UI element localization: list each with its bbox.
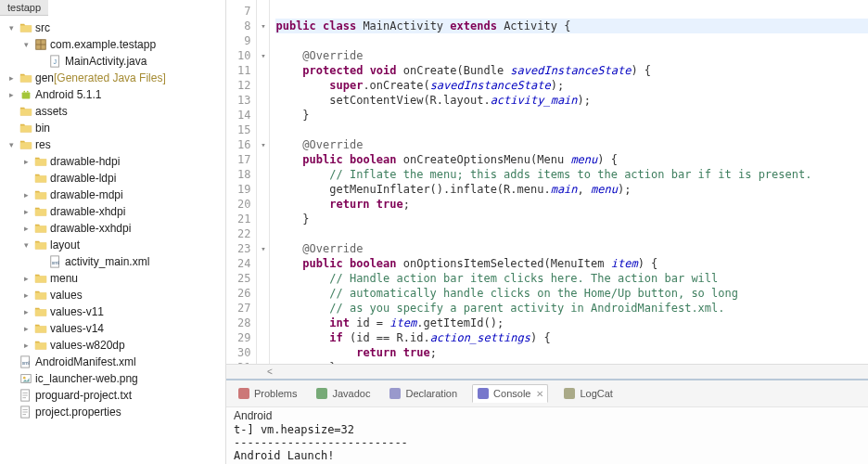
code-line[interactable]: @Override: [275, 137, 868, 152]
tree-item-assets[interactable]: assets: [0, 103, 225, 120]
code-line[interactable]: }: [275, 360, 868, 364]
project-tab[interactable]: testapp: [0, 0, 48, 16]
tree-item-bin[interactable]: bin: [0, 120, 225, 136]
twisty-icon[interactable]: ▸: [19, 324, 33, 333]
tree-item-label: gen: [35, 71, 54, 84]
tree-item-ic-launcher-web-png[interactable]: ic_launcher-web.png: [0, 370, 225, 387]
line-number: 21: [237, 212, 250, 226]
tree-item-gen[interactable]: ▸gen [Generated Java Files]: [0, 70, 225, 86]
twisty-icon[interactable]: ▾: [19, 240, 33, 250]
twisty-icon[interactable]: ▾: [4, 23, 19, 32]
tree-item-label: drawable-hdpi: [50, 155, 120, 168]
code-line[interactable]: [275, 4, 868, 19]
code-line[interactable]: }: [275, 212, 868, 226]
code-line[interactable]: // Inflate the menu; this adds items to …: [275, 167, 868, 182]
code-line[interactable]: }: [275, 108, 868, 122]
code-line[interactable]: public class MainActivity extends Activi…: [275, 19, 868, 33]
tree-item-values-w820dp[interactable]: ▸values-w820dp: [0, 337, 225, 354]
code-line[interactable]: setContentView(R.layout.activity_main);: [275, 93, 868, 108]
tree-item-drawable-hdpi[interactable]: ▸drawable-hdpi: [0, 153, 225, 170]
fold-toggle-icon: [257, 78, 269, 93]
fold-column[interactable]: ▾ ▾ ▾ ▾: [257, 0, 270, 364]
twisty-icon[interactable]: ▸: [19, 224, 33, 233]
code-line[interactable]: // automatically handle clicks on the Ho…: [275, 286, 868, 301]
tree-item-values-v14[interactable]: ▸values-v14: [0, 320, 225, 337]
fold-toggle-icon[interactable]: ▾: [257, 137, 269, 152]
twisty-icon[interactable]: ▾: [4, 140, 19, 149]
fold-toggle-icon: [257, 182, 269, 197]
tree-item-src[interactable]: ▾src: [0, 19, 225, 36]
line-number: 7: [237, 4, 250, 19]
tree-item-drawable-xxhdpi[interactable]: ▸drawable-xxhdpi: [0, 220, 225, 237]
line-number: 10: [237, 48, 250, 63]
line-number: 15: [237, 122, 250, 137]
svg-text:xml: xml: [52, 260, 59, 265]
tree-item-project-properties[interactable]: project.properties: [0, 404, 225, 420]
twisty-icon[interactable]: ▸: [19, 274, 33, 283]
code-line[interactable]: // as you specify a parent activity in A…: [275, 301, 868, 316]
twisty-icon[interactable]: ▸: [19, 307, 33, 316]
tree-item-proguard-project-txt[interactable]: proguard-project.txt: [0, 387, 225, 404]
twisty-icon[interactable]: ▸: [19, 207, 33, 216]
tab-declaration[interactable]: Declaration: [385, 385, 461, 402]
tree-item-suffix: [Generated Java Files]: [54, 71, 166, 84]
twisty-icon[interactable]: ▸: [4, 73, 19, 83]
svg-rect-26: [564, 388, 575, 399]
tree-item-res[interactable]: ▾res: [0, 136, 225, 153]
svg-rect-24: [389, 388, 401, 399]
twisty-icon[interactable]: ▸: [4, 90, 19, 99]
tab-javadoc[interactable]: Javadoc: [312, 385, 374, 402]
tree-item-label: src: [35, 21, 50, 34]
code-editor[interactable]: 7891011121314151617181920212223242526272…: [226, 0, 868, 364]
tab-logcat[interactable]: LogCat: [559, 385, 616, 402]
tree-item-label: values-v11: [50, 305, 104, 318]
tree-item-drawable-xhdpi[interactable]: ▸drawable-xhdpi: [0, 203, 225, 220]
code-line[interactable]: // Handle action bar item clicks here. T…: [275, 271, 868, 286]
close-icon[interactable]: ✕: [536, 389, 543, 399]
code-line[interactable]: int id = item.getItemId();: [275, 316, 868, 330]
tree-item-layout[interactable]: ▾layout: [0, 237, 225, 253]
code-line[interactable]: public boolean onOptionsItemSelected(Men…: [275, 256, 868, 271]
code-line[interactable]: super.onCreate(savedInstanceState);: [275, 78, 868, 93]
code-line[interactable]: public boolean onCreateOptionsMenu(Menu …: [275, 152, 868, 167]
project-explorer[interactable]: testapp ▾src▾com.example.testappJMainAct…: [0, 0, 226, 464]
scroll-left-icon[interactable]: <: [263, 367, 276, 377]
tab-console[interactable]: Console✕: [472, 384, 548, 403]
line-number: 25: [237, 271, 250, 286]
fold-toggle-icon[interactable]: ▾: [257, 19, 269, 33]
fold-toggle-icon[interactable]: ▾: [257, 48, 269, 63]
twisty-icon[interactable]: ▾: [19, 40, 33, 49]
twisty-icon[interactable]: ▸: [19, 341, 33, 350]
code-line[interactable]: @Override: [275, 241, 868, 256]
tree-item-android-5-1-1[interactable]: ▸Android 5.1.1: [0, 86, 225, 103]
tree-item-com-example-testapp[interactable]: ▾com.example.testapp: [0, 36, 225, 53]
bottom-tabs[interactable]: ProblemsJavadocDeclarationConsole✕LogCat: [226, 380, 868, 407]
tab-problems[interactable]: Problems: [234, 385, 300, 402]
tree-item-mainactivity-java[interactable]: JMainActivity.java: [0, 53, 225, 70]
tree-item-androidmanifest-xml[interactable]: xmlAndroidManifest.xml: [0, 354, 225, 370]
code-line[interactable]: return true;: [275, 197, 868, 212]
code-line[interactable]: protected void onCreate(Bundle savedInst…: [275, 63, 868, 78]
code-line[interactable]: [275, 226, 868, 241]
code-line[interactable]: return true;: [275, 345, 868, 360]
tree-item-values-v11[interactable]: ▸values-v11: [0, 303, 225, 320]
tab-label: Javadoc: [332, 388, 370, 399]
tree-item-activity-main-xml[interactable]: xmlactivity_main.xml: [0, 253, 225, 270]
code-line[interactable]: getMenuInflater().inflate(R.menu.main, m…: [275, 182, 868, 197]
console-view[interactable]: Androidt-] vm.heapsize=32---------------…: [226, 407, 868, 464]
tree-item-drawable-mdpi[interactable]: ▸drawable-mdpi: [0, 187, 225, 203]
horizontal-scrollbar[interactable]: <: [226, 364, 868, 379]
tree-item-drawable-ldpi[interactable]: drawable-ldpi: [0, 170, 225, 187]
fold-toggle-icon[interactable]: ▾: [257, 241, 269, 256]
fold-toggle-icon: [257, 271, 269, 286]
twisty-icon[interactable]: ▸: [19, 190, 33, 200]
code-line[interactable]: [275, 122, 868, 137]
tree-item-menu[interactable]: ▸menu: [0, 270, 225, 287]
tree-item-values[interactable]: ▸values: [0, 287, 225, 303]
twisty-icon[interactable]: ▸: [19, 290, 33, 300]
code-content[interactable]: public class MainActivity extends Activi…: [270, 0, 868, 364]
code-line[interactable]: @Override: [275, 48, 868, 63]
twisty-icon[interactable]: ▸: [19, 157, 33, 166]
code-line[interactable]: [275, 33, 868, 48]
code-line[interactable]: if (id == R.id.action_settings) {: [275, 330, 868, 345]
